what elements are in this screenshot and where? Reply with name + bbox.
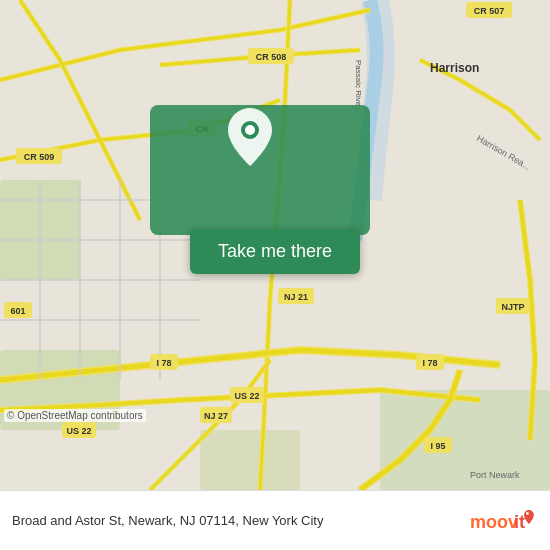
svg-text:Passaic Rive...: Passaic Rive... — [354, 60, 363, 113]
svg-text:CR 507: CR 507 — [474, 6, 505, 16]
svg-rect-4 — [200, 430, 300, 490]
address-text: Broad and Astor St, Newark, NJ 07114, Ne… — [12, 513, 468, 528]
svg-text:NJ 21: NJ 21 — [284, 292, 308, 302]
svg-point-48 — [526, 512, 529, 515]
bottom-bar: Broad and Astor St, Newark, NJ 07114, Ne… — [0, 490, 550, 550]
svg-text:I 78: I 78 — [422, 358, 437, 368]
svg-point-45 — [245, 125, 255, 135]
svg-text:601: 601 — [10, 306, 25, 316]
map-container: CR 507 CR 509 CR 508 CR Harrison NJ 21 I… — [0, 0, 550, 490]
svg-text:NJTP: NJTP — [501, 302, 524, 312]
svg-text:US 22: US 22 — [66, 426, 91, 436]
svg-text:I 95: I 95 — [430, 441, 445, 451]
svg-text:US 22: US 22 — [234, 391, 259, 401]
svg-text:Port Newark: Port Newark — [470, 470, 520, 480]
svg-text:CR 509: CR 509 — [24, 152, 55, 162]
svg-text:NJ 27: NJ 27 — [204, 411, 228, 421]
moovit-logo[interactable]: moov it — [468, 506, 538, 536]
take-me-there-button[interactable]: Take me there — [190, 229, 360, 274]
svg-text:it: it — [514, 512, 525, 532]
svg-text:moov: moov — [470, 512, 518, 532]
svg-text:I 78: I 78 — [156, 358, 171, 368]
svg-rect-3 — [380, 390, 550, 490]
map-attribution: © OpenStreetMap contributors — [4, 409, 146, 422]
svg-text:Harrison: Harrison — [430, 61, 479, 75]
svg-text:CR 508: CR 508 — [256, 52, 287, 62]
